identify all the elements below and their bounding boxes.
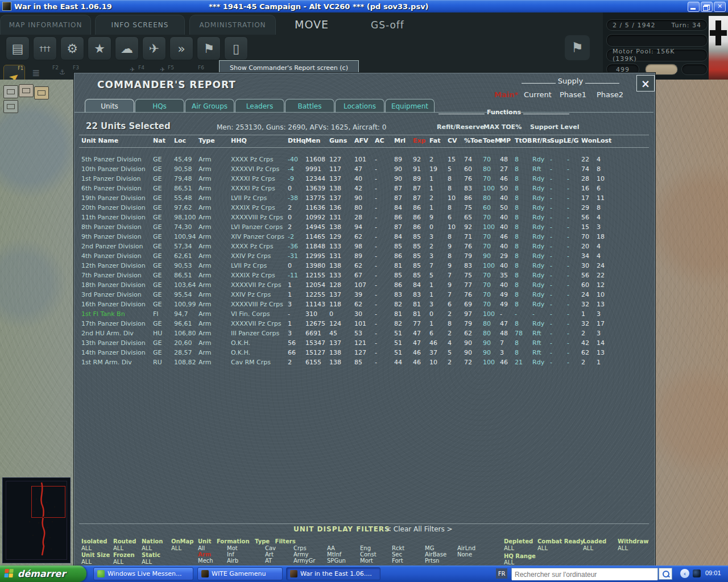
- unit-counter[interactable]: [19, 84, 34, 97]
- filter-type-prtsn[interactable]: Prtsn: [425, 558, 439, 564]
- naval-mode-icon[interactable]: ⚓: [59, 68, 65, 76]
- tab-move[interactable]: MOVE: [295, 18, 329, 31]
- tab-hqs[interactable]: HQs: [135, 99, 184, 113]
- window-titlebar[interactable]: War in the East 1.06.19 *** 1941-45 Camp…: [0, 0, 728, 13]
- col-header-dthq[interactable]: DtHq: [288, 137, 305, 144]
- refit-reserve-button[interactable]: Refit/Reserve: [437, 123, 484, 131]
- col-header-guns[interactable]: Guns: [329, 137, 347, 144]
- tab-leaders[interactable]: Leaders: [235, 99, 284, 113]
- unit-row[interactable]: 9th Panzer DivisionGE100,94ArmXIV Panzer…: [75, 233, 655, 243]
- rail-mode-icon[interactable]: ≣: [32, 67, 40, 78]
- desktop-search[interactable]: [511, 568, 658, 580]
- filter-type-mtinf[interactable]: MtInf: [327, 551, 341, 558]
- col-header-afv[interactable]: AFV: [354, 137, 369, 144]
- col-header-toem[interactable]: ToeM: [483, 137, 501, 144]
- close-dialog-button[interactable]: ×: [636, 75, 655, 92]
- col-header-nat[interactable]: Nat: [153, 137, 166, 144]
- filter-type-mot[interactable]: Mot: [227, 545, 238, 551]
- air-directive-icon[interactable]: »: [169, 36, 193, 60]
- unit-row[interactable]: 1st FI Tank BnFI94,7ArmVI Fin. Corps-310…: [75, 310, 655, 320]
- language-indicator[interactable]: FR: [496, 568, 507, 579]
- tab-administration[interactable]: ADMINISTRATION: [189, 15, 276, 35]
- filter-type-spgun[interactable]: SPGun: [327, 558, 346, 564]
- filter-loaded-value[interactable]: ALL: [583, 545, 593, 551]
- unit-row[interactable]: 1st Panzer DivisionGE79,48ArmXXXXI Pz Cr…: [75, 175, 655, 185]
- filter-depleted-value[interactable]: ALL: [504, 545, 514, 551]
- unit-row[interactable]: 20th Panzer DivisionGE97,62ArmXXXIX Pz C…: [75, 204, 655, 214]
- filter-type-mg[interactable]: MG: [425, 545, 434, 551]
- unit-row[interactable]: 7th Panzer DivisionGE86,51ArmXXXIX Pz Cr…: [75, 272, 655, 281]
- minimize-button[interactable]: [688, 2, 700, 12]
- air-battle-icon[interactable]: ✈: [142, 36, 166, 60]
- supply-current[interactable]: Current: [524, 90, 552, 99]
- filter-type-arm[interactable]: Arm: [198, 551, 211, 558]
- col-header-supl[interactable]: SupL: [550, 137, 568, 144]
- col-header-hhq[interactable]: HHQ: [231, 137, 247, 144]
- task-windows-live-messenger[interactable]: Windows Live Messen...: [93, 567, 193, 580]
- col-header-loc[interactable]: Loc: [174, 137, 186, 144]
- unit-row[interactable]: 5th Panzer DivisionGE45,49ArmXXXX Pz Crp…: [75, 156, 655, 165]
- supply-phase1[interactable]: Phase1: [560, 90, 586, 99]
- col-header-lost[interactable]: Lost: [597, 137, 611, 144]
- minimap[interactable]: [2, 477, 71, 563]
- col-header-men[interactable]: Men: [305, 137, 320, 144]
- unit-row[interactable]: 12th Panzer DivisionGE90,53ArmLVII Pz Cr…: [75, 262, 655, 272]
- col-header-mp[interactable]: MP: [500, 137, 511, 144]
- tray-expand-button[interactable]: ‹: [680, 569, 689, 578]
- filter-type-at[interactable]: AT: [265, 558, 272, 564]
- unit-row[interactable]: 16th Panzer DivisionGE100,99ArmXXXXVIII …: [75, 301, 655, 310]
- filter-withdraw-value[interactable]: ALL: [618, 545, 628, 551]
- task-wite-gamemenu[interactable]: WITE Gamemenu: [197, 567, 283, 580]
- tab-gs-off[interactable]: GS-off: [371, 19, 404, 31]
- filter-type-army[interactable]: Army: [293, 551, 308, 558]
- minimap-terrain[interactable]: [6, 481, 67, 560]
- restore-button[interactable]: [701, 2, 713, 12]
- filter-type-armygr[interactable]: ArmyGr: [293, 558, 315, 564]
- col-header-rf-rs[interactable]: Rf/Rs: [532, 137, 551, 144]
- supply-phase2[interactable]: Phase2: [597, 90, 623, 99]
- filter-type-all[interactable]: All: [198, 545, 205, 551]
- col-header-ttob[interactable]: TtOB: [515, 137, 532, 144]
- unit-row[interactable]: 8th Panzer DivisionGE74,30ArmLVI Panzer …: [75, 223, 655, 233]
- fkey-label-f3[interactable]: F3: [73, 65, 79, 70]
- clear-all-filters-button[interactable]: < Clear All Filters >: [386, 525, 453, 533]
- tray-app-icon[interactable]: [693, 569, 701, 577]
- col-header-unit-name[interactable]: Unit Name: [81, 137, 118, 144]
- unit-row[interactable]: 10th Panzer DivisionGE90,58ArmXXXXVI Pz …: [75, 165, 655, 175]
- filter-hq-range-value[interactable]: ALL: [504, 559, 514, 566]
- unit-row[interactable]: 2nd HU Arm. DivHU106,80ArmIII Panzer Cor…: [75, 330, 655, 339]
- col-header--toe[interactable]: %Toe: [464, 137, 482, 144]
- col-header-ac[interactable]: AC: [375, 137, 384, 144]
- filter-type-mech[interactable]: Mech: [198, 558, 213, 564]
- fkey-label-f2[interactable]: F2: [52, 65, 59, 70]
- col-header-won[interactable]: Won: [581, 137, 597, 144]
- directive-flags-icon[interactable]: ⚑: [565, 35, 590, 60]
- filter-type-mort[interactable]: Mort: [360, 558, 373, 564]
- support-level-button[interactable]: Support Level: [530, 123, 579, 131]
- task-war-in-the-east[interactable]: War in the East 1.06....: [286, 567, 380, 580]
- col-header-fat[interactable]: Fat: [429, 137, 441, 144]
- commanders-report-icon[interactable]: ⚑: [197, 36, 221, 60]
- filter-type-fort[interactable]: Fort: [392, 558, 403, 564]
- casualties-icon[interactable]: †††: [33, 36, 57, 60]
- col-header-type[interactable]: Type: [198, 137, 215, 144]
- col-header-exp[interactable]: Exp: [413, 137, 425, 144]
- filter-type-airb[interactable]: Airb: [227, 558, 238, 564]
- col-header-e-g[interactable]: E/G: [567, 137, 579, 144]
- tab-equipment[interactable]: Equipment: [385, 99, 435, 113]
- filter-type-airbase[interactable]: AirBase: [425, 551, 446, 558]
- tab-units[interactable]: Units: [85, 99, 134, 113]
- unit-row[interactable]: 6th Panzer DivisionGE86,51ArmXXXXI Pz Cr…: [75, 185, 655, 194]
- filter-type-cav[interactable]: Cav: [265, 545, 276, 551]
- max-toe-button[interactable]: MAX TOE%: [483, 123, 522, 131]
- tab-air-groups[interactable]: Air Groups: [185, 99, 234, 113]
- search-input[interactable]: [512, 569, 657, 580]
- minimap-viewport[interactable]: [31, 486, 65, 518]
- filter-type-const[interactable]: Const: [360, 551, 377, 558]
- unit-row[interactable]: 14th Panzer DivisionGE28,57ArmO.K.H.6615…: [75, 349, 655, 359]
- filter-type-none[interactable]: None: [457, 551, 472, 558]
- unit-counter[interactable]: [3, 85, 18, 98]
- unit-row[interactable]: 11th Panzer DivisionGE98,100ArmXXXXVIII …: [75, 214, 655, 223]
- save-icon[interactable]: ▯: [224, 36, 248, 60]
- unit-row[interactable]: 2nd Panzer DivisionGE57,34ArmXXXX Pz Crp…: [75, 243, 655, 252]
